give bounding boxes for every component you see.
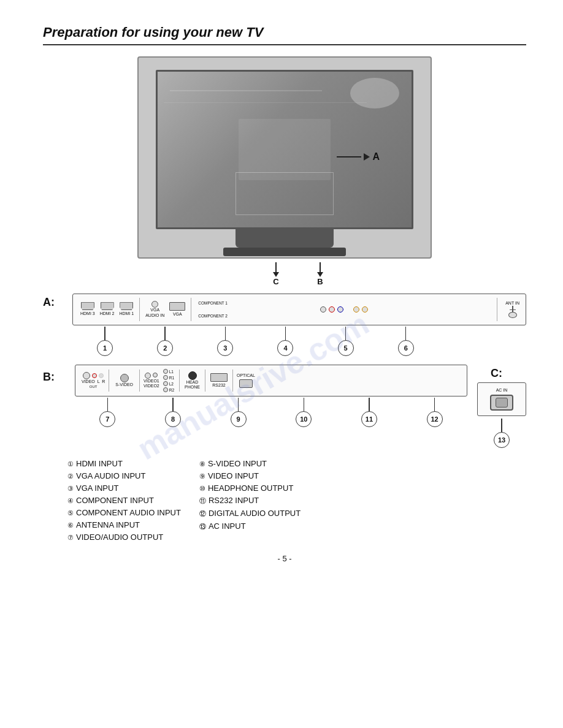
legend-col-left: ① HDMI INPUT ② VGA AUDIO INPUT ③ VGA INP… <box>67 459 181 542</box>
legend-13: ⑬ AC INPUT <box>199 521 301 531</box>
port-hdmi3: HDMI 3 <box>80 302 95 316</box>
num-5: 5 <box>338 340 354 356</box>
num-4: 4 <box>277 340 293 356</box>
num-col-8: 8 <box>165 398 181 427</box>
video1-label: VIDEO1VIDEO2 <box>144 379 159 389</box>
c-label: C <box>273 277 278 286</box>
port-svideo: S-VIDEO <box>115 374 133 387</box>
num-col-13: 13 <box>494 419 510 448</box>
hdmi1-label: HDMI 1 <box>119 311 134 316</box>
vga-audio-label: VGAAUDIO IN <box>145 308 164 318</box>
num-11: 11 <box>361 411 377 427</box>
page-number: - 5 - <box>43 554 526 563</box>
legend-8: ⑧ S-VIDEO INPUT <box>199 459 301 468</box>
arrow-b: B <box>317 262 323 286</box>
rs232-label: RS232 <box>212 383 225 388</box>
num-col-1: 1 <box>97 327 113 356</box>
num-col-5: 5 <box>338 327 354 356</box>
legend-9: ⑨ VIDEO INPUT <box>199 471 301 480</box>
arrow-c: C <box>273 262 279 286</box>
port-hdmi1: HDMI 1 <box>119 302 134 316</box>
optical-port-icon <box>239 379 253 388</box>
panel-c-section: C: AC IN 13 <box>477 365 526 448</box>
page-title: Preparation for using your new TV <box>43 25 526 40</box>
num-7: 7 <box>99 411 115 427</box>
b-label: B <box>317 277 323 286</box>
legend-section: ① HDMI INPUT ② VGA AUDIO INPUT ③ VGA INP… <box>67 459 526 542</box>
ac-port <box>490 395 513 411</box>
tv-image-container: A <box>43 56 526 259</box>
port-rs232: RS232 <box>210 373 228 388</box>
legend-11: ⑪ RS232 INPUT <box>199 496 301 506</box>
num-9: 9 <box>231 411 247 427</box>
component-section: COMPONENT 1 COMPONENT 2 <box>196 301 492 318</box>
num-col-9: 9 <box>231 398 247 427</box>
legend-2: ② VGA AUDIO INPUT <box>67 471 181 480</box>
legend-12: ⑫ DIGITAL AUDIO OUTPUT <box>199 509 301 518</box>
port-vga: VGA <box>169 302 185 317</box>
tv-label-a: A <box>372 151 380 162</box>
panel-a-section: A: HDMI 3 HDMI 2 HDMI 1 <box>43 294 526 356</box>
num-col-4: 4 <box>277 327 293 356</box>
ant-icon <box>508 306 517 318</box>
num-10: 10 <box>296 411 312 427</box>
svideo-label: S-VIDEO <box>115 382 133 387</box>
ant-in-label-top: ANT IN <box>505 301 519 306</box>
tv-screen <box>156 70 413 229</box>
label-a-arrow: A <box>337 151 380 162</box>
num-col-3: 3 <box>217 327 233 356</box>
component2-label: COMPONENT 2 <box>196 314 228 318</box>
legend-10: ⑩ HEADPHONE OUTPUT <box>199 483 301 493</box>
num-col-11: 11 <box>361 398 377 427</box>
num-1: 1 <box>97 340 113 356</box>
legend-3: ③ VGA INPUT <box>67 483 181 493</box>
port-lr-audio: L1 R1 L2 R2 <box>163 369 174 392</box>
title-divider <box>43 44 526 45</box>
legend-col-right: ⑧ S-VIDEO INPUT ⑨ VIDEO INPUT ⑩ HEADPHON… <box>199 459 301 542</box>
num-2: 2 <box>157 340 173 356</box>
port-ant-in: ANT IN <box>505 301 519 318</box>
num-6: 6 <box>398 340 414 356</box>
num-12: 12 <box>427 411 443 427</box>
port-video1: VIDEO1VIDEO2 <box>144 373 159 389</box>
panel-a-box: HDMI 3 HDMI 2 HDMI 1 VGAAUDIO IN <box>72 294 526 325</box>
legend-4: ④ COMPONENT INPUT <box>67 496 181 505</box>
video-out-label: VIDEO L ROUT <box>82 379 105 390</box>
r1-label: R1 <box>169 376 174 380</box>
num-col-12: 12 <box>427 398 443 427</box>
ac-port-inner <box>496 398 508 408</box>
num-3: 3 <box>217 340 233 356</box>
panel-b-wrapper: VIDEO L ROUT S-VIDEO VIDEO1VIDEO2 <box>75 365 467 427</box>
component-ports-1 <box>320 306 368 313</box>
ac-in-label: AC IN <box>496 388 508 392</box>
port-optical: OPTICAL <box>237 373 255 388</box>
num-col-10: 10 <box>296 398 312 427</box>
panel-b-inner: VIDEO L ROUT S-VIDEO VIDEO1VIDEO2 <box>82 369 461 392</box>
headphone-label: HEADPHONE <box>185 380 200 390</box>
tv-stand-base <box>223 248 346 256</box>
l1-label: L1 <box>169 370 174 374</box>
panel-a-inner: HDMI 3 HDMI 2 HDMI 1 VGAAUDIO IN <box>79 298 519 321</box>
panel-b-number-lines: 7 8 9 10 11 <box>75 398 467 427</box>
hdmi3-label: HDMI 3 <box>80 311 95 316</box>
component1-label: COMPONENT 1 <box>196 301 228 305</box>
panel-a-label: A: <box>43 294 65 309</box>
legend-6: ⑥ ANTENNA INPUT <box>67 520 181 529</box>
r2-label: R2 <box>169 388 174 392</box>
hdmi2-label: HDMI 2 <box>100 311 115 316</box>
panel-a-number-lines: 1 2 3 4 5 <box>72 327 526 356</box>
legend-7: ⑦ VIDEO/AUDIO OUTPUT <box>67 533 181 542</box>
num-col-6: 6 <box>398 327 414 356</box>
port-vga-audio: VGAAUDIO IN <box>145 301 164 318</box>
bc-section: B: VIDEO L ROUT S-VIDEO <box>43 365 526 448</box>
num-col-2: 2 <box>157 327 173 356</box>
cb-arrows-container: C B <box>43 262 526 286</box>
num-col-7: 7 <box>99 398 115 427</box>
num-8: 8 <box>165 411 181 427</box>
legend-1: ① HDMI INPUT <box>67 459 181 468</box>
panel-b-box: VIDEO L ROUT S-VIDEO VIDEO1VIDEO2 <box>75 365 467 396</box>
panel-c-label: C: <box>491 365 513 380</box>
vga-label: VGA <box>173 312 182 317</box>
l2-label: L2 <box>169 382 174 386</box>
port-video-out: VIDEO L ROUT <box>82 372 105 390</box>
